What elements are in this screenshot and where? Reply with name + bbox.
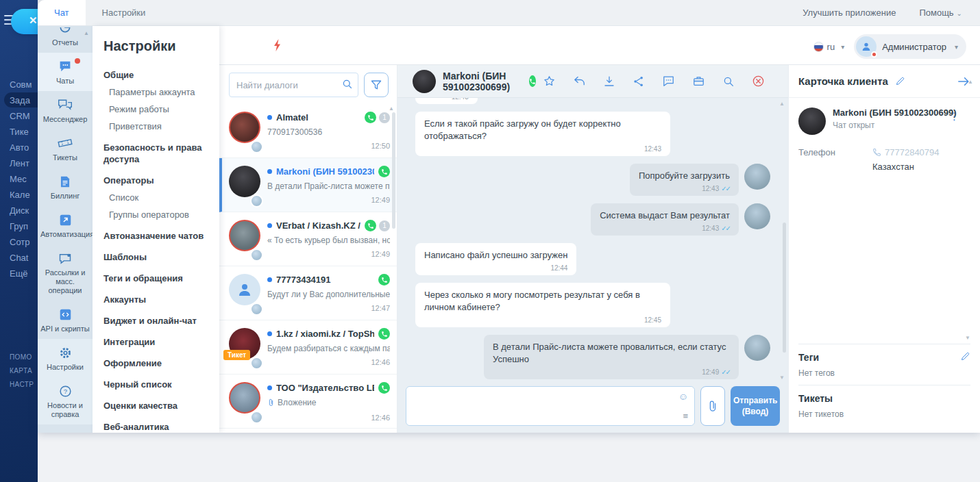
kebab-menu-icon[interactable]: ⋮ <box>949 110 959 123</box>
dialog-list-item[interactable]: ТОО "Издательство LEM" Вложение 12:46 <box>219 375 397 429</box>
host-menu-item[interactable]: CRM <box>10 108 38 124</box>
whatsapp-icon <box>378 274 390 286</box>
share-icon[interactable] <box>633 75 645 88</box>
search-input[interactable] <box>229 73 358 97</box>
comment-icon[interactable] <box>662 75 675 88</box>
settings-menu-subitem[interactable]: Режим работы <box>109 104 219 115</box>
host-footer-item[interactable]: НАСТР <box>10 378 34 392</box>
sidebar-item-broadcasts[interactable]: Рассылки и масс. операции <box>38 244 93 301</box>
host-menu-item[interactable]: Совм <box>10 77 38 92</box>
tab-settings[interactable]: Настройки <box>86 0 162 25</box>
client-name: Markoni (БИН 591002300699) <box>833 107 957 118</box>
edit-pencil-icon[interactable] <box>960 351 970 362</box>
host-menu-item[interactable]: Зада <box>10 92 38 108</box>
dialog-name: Almatel <box>276 112 360 123</box>
settings-menu-item-general[interactable]: Общие <box>103 69 212 81</box>
dialog-list-item[interactable]: Тикет 1.kz / xiaomi.kz / TopShop Будем р… <box>219 320 397 375</box>
scrollbar-thumb[interactable] <box>392 112 395 229</box>
settings-menu-subitem[interactable]: Приветствия <box>109 121 219 132</box>
sidebar-item-api[interactable]: API и скрипты <box>38 301 93 339</box>
settings-menu-item-accounts[interactable]: Аккаунты <box>103 294 212 305</box>
send-button[interactable]: Отправить (Ввод) <box>731 386 780 426</box>
channel-avatar <box>250 194 263 207</box>
templates-icon[interactable]: ≡ <box>683 411 688 421</box>
sidebar-item-chats[interactable]: Чаты <box>38 53 93 91</box>
host-menu-item[interactable]: Авто <box>10 140 38 155</box>
block-icon[interactable] <box>752 75 765 88</box>
avatar <box>229 220 260 251</box>
host-menu-item[interactable]: Сотр <box>10 234 38 250</box>
scroll-up-icon[interactable]: ▲ <box>779 101 785 107</box>
dialog-list-item[interactable]: 77773434191 Будут ли у Вас дополнительны… <box>219 266 397 320</box>
sidebar-item-settings[interactable]: Настройки <box>38 339 93 377</box>
settings-menu-subitem[interactable]: Параметры аккаунта <box>109 87 219 98</box>
scroll-up-icon[interactable]: ▲ <box>968 79 973 85</box>
settings-menu-item-security[interactable]: Безопасность и права доступа <box>103 142 212 165</box>
settings-menu-item-analytics[interactable]: Веб-аналитика <box>103 421 212 433</box>
settings-menu-item-autoassign[interactable]: Автоназначение чатов <box>103 230 212 242</box>
host-menu-item[interactable]: Chat <box>10 250 38 266</box>
language-selector[interactable]: ru ▾ <box>813 42 845 52</box>
settings-menu-item-operators[interactable]: Операторы <box>103 175 212 186</box>
message-input[interactable] <box>406 387 694 425</box>
tab-chat[interactable]: Чат <box>38 0 86 25</box>
search-icon[interactable] <box>722 75 735 88</box>
help-link[interactable]: Помощь⌄ <box>919 8 962 18</box>
download-icon[interactable] <box>603 75 615 88</box>
filter-button[interactable] <box>364 73 389 97</box>
settings-menu-item-integrations[interactable]: Интеграции <box>103 336 212 348</box>
channel-avatar <box>250 140 263 153</box>
dialog-snippet: Будем разбираться с каждым партне <box>267 344 390 353</box>
dialog-list-item-selected[interactable]: Markoni (БИН 5910023006... В детали Прай… <box>219 158 397 212</box>
lightning-icon[interactable] <box>273 38 282 52</box>
settings-menu-item-templates[interactable]: Шаблоны <box>103 251 212 263</box>
improve-app-link[interactable]: Улучшить приложение <box>803 8 896 18</box>
sidebar-item-reports[interactable]: Отчеты <box>38 26 93 53</box>
scroll-up-icon[interactable]: ▲ <box>389 105 394 112</box>
scrollbar-thumb[interactable] <box>783 223 786 353</box>
tickets-empty: Нет тикетов <box>798 409 970 419</box>
settings-menu-subitem[interactable]: Список <box>109 192 219 203</box>
host-footer-item[interactable]: КАРТА <box>10 364 34 378</box>
phone-number[interactable]: 77772840794 <box>885 147 940 157</box>
host-menu-item[interactable]: Кале <box>10 187 38 203</box>
edit-pencil-icon[interactable] <box>895 76 905 86</box>
settings-menu-item-appearance[interactable]: Оформление <box>103 357 212 369</box>
close-app-button[interactable]: ✕ <box>11 9 38 34</box>
scroll-down-icon[interactable]: ▼ <box>779 375 785 381</box>
read-ticks-icon: ✓✓ <box>721 368 730 376</box>
settings-menu-item-blacklist[interactable]: Черный список <box>103 379 212 390</box>
reply-icon[interactable] <box>573 75 586 88</box>
host-menu-item[interactable]: Тике <box>10 124 38 140</box>
host-menu-item[interactable]: Ещё <box>10 266 38 281</box>
case-icon[interactable] <box>692 75 705 88</box>
sidebar-item-tickets[interactable]: Тикеты <box>38 129 93 168</box>
unread-dot <box>267 115 272 120</box>
sidebar-item-messenger[interactable]: Мессенджер <box>38 91 93 129</box>
sidebar-item-automation[interactable]: Автоматизация <box>38 206 93 244</box>
dialog-list-item[interactable]: VErbat / Kizash.KZ / Ver... 1 « То есть … <box>219 212 397 266</box>
sidebar-item-billing[interactable]: Биллинг <box>38 168 93 206</box>
dialog-list-item[interactable]: Almatel 1 770917300536 12:50 <box>219 104 397 158</box>
operator-avatar <box>744 164 770 190</box>
settings-menu-item-quality[interactable]: Оценки качества <box>103 400 212 411</box>
host-menu-item[interactable]: Диск <box>10 203 38 218</box>
channel-avatar <box>250 249 263 262</box>
dialog-list-item[interactable]: ♥ Подскажите БИН/ИИН или ID магази 12:44 <box>219 429 397 433</box>
settings-menu-item-tags[interactable]: Теги и обращения <box>103 272 212 284</box>
settings-menu-subitem[interactable]: Группы операторов <box>109 210 219 220</box>
settings-menu-item-widget[interactable]: Виджет и онлайн-чат <box>103 315 212 327</box>
document-icon <box>40 174 90 189</box>
scroll-down-icon[interactable]: ▼ <box>798 335 970 344</box>
emoji-icon[interactable]: ☺ <box>678 391 688 402</box>
message-bubble-outgoing: Система выдаст Вам результат12:43✓✓ <box>591 203 739 236</box>
star-icon[interactable] <box>543 75 556 88</box>
host-menu-item[interactable]: Лент <box>10 155 38 171</box>
user-menu[interactable]: Администратор ▾ <box>854 34 966 59</box>
sidebar-item-news[interactable]: ? Новости и справка <box>38 377 93 424</box>
host-menu-item[interactable]: Груп <box>10 218 38 234</box>
attach-button[interactable] <box>700 386 725 426</box>
host-menu-item[interactable]: Мес <box>10 171 38 187</box>
host-footer-item[interactable]: ПОМО <box>10 351 34 364</box>
whatsapp-icon <box>365 220 376 231</box>
